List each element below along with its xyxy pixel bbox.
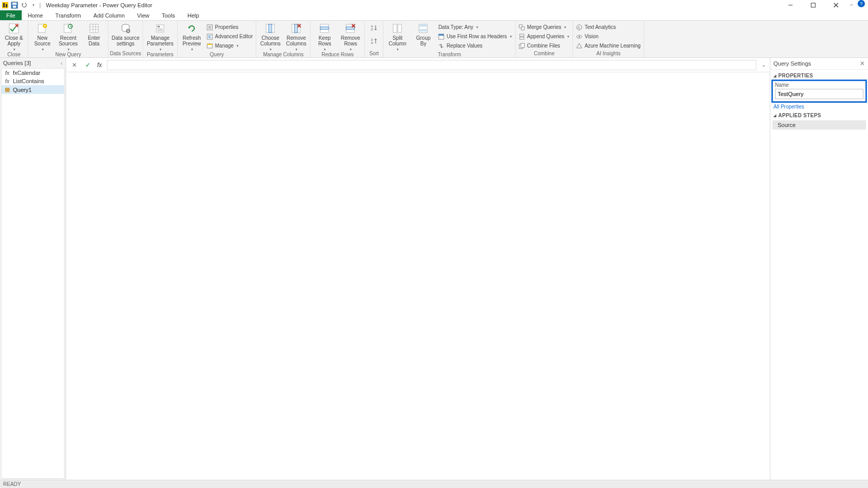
query-item-label: fxCalendar xyxy=(13,70,40,76)
window-controls: ? xyxy=(779,0,868,10)
group-by-button[interactable]: Group By xyxy=(411,22,435,46)
advanced-editor-label: Advanced Editor xyxy=(215,34,253,39)
formula-bar: ✕ ✓ fx ⌄ xyxy=(66,58,770,72)
fx-icon: fx xyxy=(97,61,102,69)
new-source-button[interactable]: New Source xyxy=(30,22,54,52)
help-button[interactable]: ? xyxy=(858,0,865,7)
minimize-button[interactable] xyxy=(779,0,802,10)
sort-desc-button[interactable]: ZA xyxy=(369,35,379,48)
tab-home[interactable]: Home xyxy=(22,10,49,20)
text-analytics-button[interactable]: A Text Analytics xyxy=(575,23,641,32)
formula-expand-icon[interactable]: ⌄ xyxy=(762,62,766,68)
ribbon-group-data-sources-label: Data Sources xyxy=(109,51,143,57)
first-row-headers-button[interactable]: Use First Row as Headers xyxy=(437,32,513,41)
sort-asc-button[interactable]: AZ xyxy=(369,22,379,34)
queries-collapse-icon[interactable]: ‹ xyxy=(60,60,63,66)
recent-sources-button[interactable]: Recent Sources xyxy=(56,22,80,52)
ribbon-group-close: Close & Apply Close xyxy=(0,21,28,57)
merge-queries-button[interactable]: Merge Queries xyxy=(518,23,570,32)
formula-cancel-button[interactable]: ✕ xyxy=(70,61,79,69)
query-item-label: ListContains xyxy=(13,78,44,84)
ribbon-group-reduce-rows-label: Reduce Rows xyxy=(311,52,364,58)
tab-file[interactable]: File xyxy=(0,10,22,20)
ribbon-group-reduce-rows: Keep Rows Remove Rows Reduce Rows xyxy=(311,21,365,57)
ribbon-group-manage-columns: Choose Columns Remove Columns Manage Col… xyxy=(256,21,311,57)
function-icon: fx xyxy=(4,78,11,84)
undo-button[interactable] xyxy=(20,1,28,9)
advanced-editor-button[interactable]: Advanced Editor xyxy=(206,32,254,41)
applied-step-source[interactable]: Source xyxy=(772,120,866,130)
enter-data-button[interactable]: Enter Data xyxy=(82,22,106,46)
replace-values-button[interactable]: Replace Values xyxy=(437,41,513,50)
manage-parameters-button[interactable]: Manage Parameters xyxy=(145,22,175,52)
query-item-listcontains[interactable]: fx ListContains xyxy=(2,77,64,85)
keep-rows-label: Keep Rows xyxy=(318,35,331,46)
vision-label: Vision xyxy=(584,34,598,39)
split-column-button[interactable]: Split Column xyxy=(385,22,409,52)
svg-rect-2 xyxy=(6,4,7,7)
close-window-button[interactable] xyxy=(825,0,847,10)
query-settings-close-button[interactable]: ✕ xyxy=(860,60,865,67)
query-name-input[interactable] xyxy=(775,89,863,99)
enter-data-label: Enter Data xyxy=(88,35,100,46)
refresh-preview-button[interactable]: Refresh Preview xyxy=(180,22,204,52)
ribbon-group-sort-label: Sort xyxy=(365,51,383,57)
formula-commit-button[interactable]: ✓ xyxy=(84,61,92,69)
svg-rect-19 xyxy=(90,24,98,33)
data-source-settings-button[interactable]: Data source settings xyxy=(111,22,141,46)
svg-rect-50 xyxy=(346,27,354,29)
svg-rect-67 xyxy=(520,37,524,39)
query-item-fxcalendar[interactable]: fx fxCalendar xyxy=(2,69,64,77)
ribbon-group-query-label: Query xyxy=(178,52,256,58)
properties-button[interactable]: Properties xyxy=(206,23,254,32)
data-type-label: Data Type: Any xyxy=(438,24,473,30)
save-button[interactable] xyxy=(10,1,19,9)
ribbon-group-close-label: Close xyxy=(0,52,28,58)
ribbon-group-ai-insights-label: AI Insights xyxy=(573,51,643,57)
close-apply-button[interactable]: Close & Apply xyxy=(2,22,26,52)
vision-button[interactable]: Vision xyxy=(575,32,641,41)
query-item-query1[interactable]: ▦ Query1 xyxy=(2,85,64,94)
keep-rows-button[interactable]: Keep Rows xyxy=(313,22,336,52)
query-settings-header: Query Settings ✕ xyxy=(770,58,868,70)
azure-ml-button[interactable]: Azure Machine Learning xyxy=(575,41,641,50)
all-properties-link[interactable]: All Properties xyxy=(770,103,868,109)
qat-customize[interactable] xyxy=(29,1,37,9)
svg-text:Z: Z xyxy=(371,28,373,31)
manage-button[interactable]: Manage xyxy=(206,41,254,50)
combine-files-button[interactable]: Combine Files xyxy=(518,41,570,50)
ribbon-group-parameters-label: Parameters xyxy=(143,52,177,58)
remove-rows-label: Remove Rows xyxy=(341,35,360,46)
svg-rect-57 xyxy=(393,24,397,33)
ribbon-group-manage-columns-label: Manage Columns xyxy=(256,52,310,58)
query-settings-title: Query Settings xyxy=(773,60,811,67)
close-apply-label: Close & Apply xyxy=(5,35,23,46)
tab-transform[interactable]: Transform xyxy=(49,10,87,20)
properties-label: Properties xyxy=(215,24,239,30)
ribbon: Close & Apply Close New Source Recent So… xyxy=(0,21,868,58)
formula-input[interactable] xyxy=(107,60,756,70)
remove-rows-button[interactable]: Remove Rows xyxy=(338,22,362,52)
data-type-button[interactable]: Data Type: Any xyxy=(437,23,513,32)
tab-view[interactable]: View xyxy=(131,10,156,20)
applied-steps-section-header[interactable]: APPLIED STEPS xyxy=(770,109,868,119)
tab-add-column[interactable]: Add Column xyxy=(87,10,131,20)
status-bar: READY xyxy=(0,480,868,488)
combine-files-label: Combine Files xyxy=(527,43,560,49)
manage-parameters-label: Manage Parameters xyxy=(147,35,174,46)
new-source-label: New Source xyxy=(34,35,51,46)
properties-section-header[interactable]: PROPERTIES xyxy=(770,70,868,80)
tab-help[interactable]: Help xyxy=(181,10,206,20)
remove-columns-button[interactable]: Remove Columns xyxy=(284,22,308,52)
maximize-button[interactable] xyxy=(802,0,825,10)
svg-rect-40 xyxy=(207,44,212,45)
refresh-preview-label: Refresh Preview xyxy=(182,35,201,46)
choose-columns-button[interactable]: Choose Columns xyxy=(258,22,282,52)
append-queries-button[interactable]: Append Queries xyxy=(518,32,570,41)
tab-tools[interactable]: Tools xyxy=(156,10,181,20)
append-queries-label: Append Queries xyxy=(527,34,564,39)
query-item-label: Query1 xyxy=(13,87,32,93)
qat-separator: | xyxy=(39,2,41,8)
ribbon-collapse-icon[interactable] xyxy=(847,0,856,10)
first-row-headers-label: Use First Row as Headers xyxy=(446,34,507,39)
